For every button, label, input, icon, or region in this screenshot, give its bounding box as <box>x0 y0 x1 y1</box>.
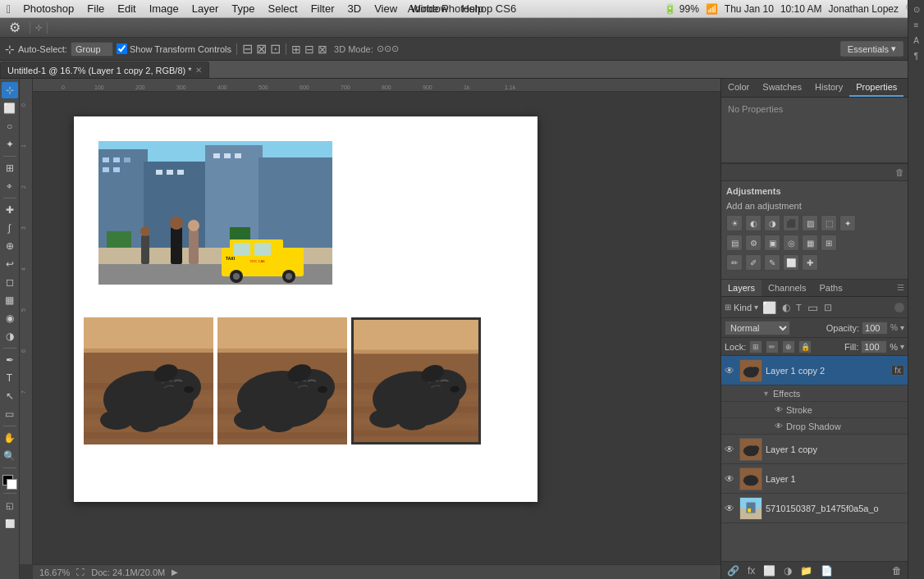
magic-wand-tool-btn[interactable]: ✦ <box>2 136 18 153</box>
rect-select-tool-btn[interactable]: ⬜ <box>2 100 18 116</box>
delete-layer-btn[interactable]: 🗑 <box>890 565 904 577</box>
levels-adj-icon[interactable]: ◐ <box>745 215 762 231</box>
lock-image-btn[interactable]: ✏ <box>766 340 779 353</box>
align-btn2[interactable]: ⊠ <box>256 41 267 57</box>
tab-history[interactable]: History <box>808 79 849 97</box>
background-color[interactable] <box>7 479 17 490</box>
history-brush-tool-btn[interactable]: ↩ <box>2 256 18 272</box>
quick-mask-btn[interactable]: ◱ <box>2 497 18 513</box>
healing-tool-btn[interactable]: ✚ <box>2 202 18 218</box>
kind-dropdown-icon[interactable]: ▾ <box>754 303 758 312</box>
pen-tool-btn[interactable]: ✒ <box>2 352 18 368</box>
canvas-content[interactable]: TAXI NYC CAB <box>33 92 720 564</box>
filter-shape-icon[interactable]: ▭ <box>806 301 820 314</box>
layer-fx-badge-copy2[interactable]: fx <box>891 365 904 376</box>
opacity-dropdown-icon[interactable]: ▾ <box>900 323 904 332</box>
hand-tool-btn[interactable]: ✋ <box>2 430 18 446</box>
show-transform-checkbox[interactable] <box>117 43 127 54</box>
bw-adj-icon[interactable]: ▤ <box>726 235 743 251</box>
menu-layer[interactable]: Layer <box>186 1 225 16</box>
eye-icon-stroke[interactable]: 👁 <box>775 405 783 414</box>
menu-filter[interactable]: Filter <box>305 1 341 16</box>
layer-visibility-icon-1[interactable]: 👁 <box>725 473 736 485</box>
dodge-tool-btn[interactable]: ◑ <box>2 328 18 344</box>
menu-select[interactable]: Select <box>263 1 304 16</box>
layer-visibility-icon-copy[interactable]: 👁 <box>725 444 736 455</box>
tab-channels[interactable]: Channels <box>762 280 812 296</box>
move-tool-btn[interactable]: ⊹ <box>2 82 18 98</box>
crop-tool-btn[interactable]: ⊞ <box>2 160 18 176</box>
filter-toggle[interactable] <box>894 303 904 312</box>
properties-trash-icon[interactable]: 🗑 <box>895 167 904 177</box>
eraser-tool-btn[interactable]: ◻ <box>2 274 18 290</box>
hsl-adj-icon[interactable]: ⬚ <box>821 215 837 231</box>
fill-input[interactable] <box>861 340 887 353</box>
eye-icon-dropshadow[interactable]: 👁 <box>775 422 783 431</box>
gradient-map-adj-icon[interactable]: ✐ <box>745 254 762 271</box>
panel-icon-1[interactable]: ⊙ <box>912 3 922 16</box>
menu-edit[interactable]: Edit <box>112 1 141 16</box>
threshold-adj-icon[interactable]: ✏ <box>726 254 743 271</box>
3d-mode-icons[interactable]: ⊙⊙⊙ <box>377 43 399 54</box>
opacity-input[interactable] <box>862 321 888 335</box>
align-btn1[interactable]: ⊟ <box>242 41 253 57</box>
layer-item-copy[interactable]: 👁 Layer 1 copy <box>721 435 908 464</box>
auto-select-dropdown[interactable]: Group Layer <box>71 42 113 57</box>
menu-image[interactable]: Image <box>144 1 185 16</box>
layer-visibility-icon-bg[interactable]: 👁 <box>725 503 736 514</box>
tab-color[interactable]: Color <box>721 79 756 97</box>
menu-view[interactable]: View <box>368 1 403 16</box>
layer-item-copy2[interactable]: 👁 Layer 1 copy 2 f <box>721 356 908 385</box>
filter-adjust-icon[interactable]: ◐ <box>780 302 792 313</box>
channel-mixer-adj-icon[interactable]: ▣ <box>764 235 780 251</box>
gradient-tool-btn[interactable]: ▦ <box>2 292 18 308</box>
panel-icon-3[interactable]: A <box>912 34 921 47</box>
distribute-btn1[interactable]: ⊞ <box>291 43 301 56</box>
solid-color-adj-icon[interactable]: ⬜ <box>783 254 799 271</box>
lock-position-btn[interactable]: ⊕ <box>782 340 795 353</box>
color-balance-adj-icon[interactable]: ✦ <box>839 215 856 231</box>
layers-panel-menu-icon[interactable]: ☰ <box>894 280 908 296</box>
path-select-tool-btn[interactable]: ↖ <box>2 388 18 404</box>
posterize-adj-icon[interactable]: ⊞ <box>821 235 837 251</box>
layer-visibility-icon-copy2[interactable]: 👁 <box>725 365 736 376</box>
effects-expand-icon[interactable]: ▼ <box>762 390 770 398</box>
eyedropper-tool-btn[interactable]: ⌖ <box>2 178 18 194</box>
layer-dropshadow-effect[interactable]: 👁 Drop Shadow <box>721 418 908 435</box>
color-lookup-adj-icon[interactable]: ◎ <box>783 235 799 251</box>
add-mask-btn[interactable]: ⬜ <box>761 565 778 577</box>
lasso-tool-btn[interactable]: ○ <box>2 118 18 134</box>
lock-transparent-btn[interactable]: ⊞ <box>749 340 762 353</box>
filter-smart-icon[interactable]: ⊡ <box>822 302 834 313</box>
panel-icon-2[interactable]: ≡ <box>913 19 921 31</box>
screen-mode-btn[interactable]: ⬜ <box>2 515 18 531</box>
filter-type-icon[interactable]: T <box>794 303 803 312</box>
photo-filter-adj-icon[interactable]: ⚙ <box>745 235 762 251</box>
layer-item-bg[interactable]: 👁 5710150387_b1475f0a5a_o <box>721 494 908 523</box>
close-tab-icon[interactable]: ✕ <box>195 66 202 75</box>
menu-file[interactable]: File <box>81 1 110 16</box>
exposure-adj-icon[interactable]: ⬛ <box>783 215 799 231</box>
tab-layers[interactable]: Layers <box>721 280 762 296</box>
add-style-btn[interactable]: fx <box>745 565 757 577</box>
right-arrow-icon[interactable]: ▶ <box>172 568 178 577</box>
shape-tool-btn[interactable]: ▭ <box>2 406 18 422</box>
panel-icon-4[interactable]: ¶ <box>913 50 920 62</box>
distribute-btn3[interactable]: ⊠ <box>318 43 327 56</box>
distribute-btn2[interactable]: ⊟ <box>304 43 314 56</box>
blur-tool-btn[interactable]: ◉ <box>2 310 18 326</box>
color-selector[interactable] <box>2 475 17 490</box>
layer-effects-group[interactable]: ▼ Effects <box>721 385 908 402</box>
curves-adj-icon[interactable]: ◑ <box>764 215 780 231</box>
apple-logo-icon[interactable]:  <box>7 2 11 16</box>
layer-stroke-effect[interactable]: 👁 Stroke <box>721 402 908 418</box>
clone-stamp-tool-btn[interactable]: ⊕ <box>2 238 18 254</box>
new-group-btn[interactable]: 📁 <box>798 565 815 577</box>
pattern-adj-icon[interactable]: ✚ <box>802 254 818 271</box>
fill-dropdown-icon[interactable]: ▾ <box>900 342 904 351</box>
selective-color-adj-icon[interactable]: ✎ <box>764 254 780 271</box>
tab-paths[interactable]: Paths <box>813 280 849 296</box>
zoom-tool-btn[interactable]: 🔍 <box>2 448 18 464</box>
brightness-adj-icon[interactable]: ☀ <box>726 215 743 231</box>
document-tab[interactable]: Untitled-1 @ 16.7% (Layer 1 copy 2, RGB/… <box>0 62 209 78</box>
